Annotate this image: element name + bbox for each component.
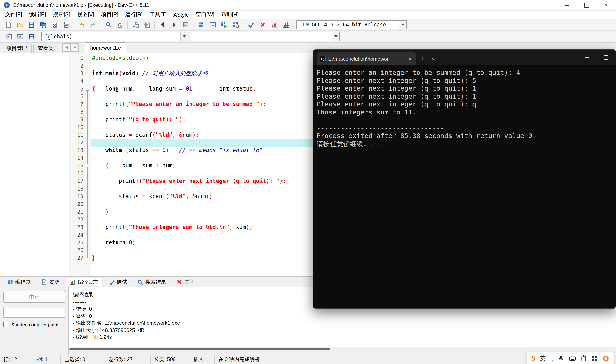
shorten-paths-checkbox[interactable]: Shorten compiler paths bbox=[3, 322, 65, 327]
scope-select-arrow-icon[interactable] bbox=[180, 32, 188, 41]
console-window[interactable]: E:\ma\conclution\homewor × + Please ente… bbox=[313, 49, 616, 309]
main-toolbar: TDM-GCC 4.9.2 64-bit Release bbox=[0, 19, 616, 31]
compiler-select[interactable]: TDM-GCC 4.9.2 64-bit Release bbox=[296, 20, 407, 29]
find-icon[interactable] bbox=[103, 20, 114, 30]
redo-icon[interactable] bbox=[87, 20, 99, 30]
console-tab[interactable]: E:\ma\conclution\homewor × bbox=[316, 52, 416, 65]
editor-tab-homework1[interactable]: homework1.c bbox=[85, 42, 126, 53]
menu-item-file[interactable]: 文件[F] bbox=[2, 11, 26, 19]
status-segment-0: 行: 12 bbox=[0, 355, 33, 364]
menu-item-tools[interactable]: 工具[T] bbox=[146, 11, 170, 19]
toolbar-separator bbox=[100, 21, 101, 29]
toggle-project-icon[interactable] bbox=[2, 31, 14, 42]
console-line: Please enter next integer (q to quit): q bbox=[316, 100, 616, 108]
code-token: ( bbox=[119, 70, 122, 77]
save-all-icon[interactable] bbox=[37, 20, 49, 30]
rebuild-icon[interactable] bbox=[230, 20, 241, 30]
console-maximize-button[interactable] bbox=[596, 50, 616, 65]
sogou-logo-icon[interactable]: S bbox=[531, 354, 535, 363]
menu-item-view[interactable]: 视图[V] bbox=[74, 11, 98, 19]
profile-delete-icon[interactable] bbox=[280, 20, 291, 30]
code-token: ); bbox=[206, 193, 212, 199]
report-tab-debug[interactable]: 调试 bbox=[105, 278, 131, 286]
report-tab-compiler[interactable]: 编译器 bbox=[3, 278, 35, 286]
abort-icon[interactable] bbox=[257, 20, 268, 30]
goto-line-icon[interactable] bbox=[141, 20, 153, 30]
undo-icon[interactable] bbox=[76, 20, 87, 30]
compiler-select-arrow-icon[interactable] bbox=[399, 21, 406, 29]
report-tab-compile-log[interactable]: 编译日志 bbox=[66, 278, 102, 286]
keyboard-icon[interactable] bbox=[569, 355, 576, 362]
checkbox-box[interactable] bbox=[3, 322, 9, 327]
tab-class-browser[interactable]: 查看类 bbox=[33, 44, 58, 52]
menu-item-edit[interactable]: 编辑[E] bbox=[26, 11, 50, 19]
menu-item-help[interactable]: 帮助[H] bbox=[218, 11, 242, 19]
code-token: num bbox=[159, 162, 172, 169]
close-button[interactable]: × bbox=[596, 0, 616, 10]
scope-select[interactable]: (globals) bbox=[41, 32, 188, 41]
code-token: "%ld" bbox=[169, 193, 186, 199]
open-icon[interactable] bbox=[14, 20, 26, 30]
profile-icon[interactable] bbox=[268, 20, 280, 30]
print-icon[interactable] bbox=[60, 20, 72, 30]
run-icon[interactable] bbox=[207, 20, 218, 30]
code-token: { bbox=[92, 85, 96, 92]
navigation-toolbar: (globals) bbox=[0, 31, 616, 43]
code-token: & bbox=[179, 131, 182, 138]
status-segment-3: 总行数: 27 bbox=[105, 355, 151, 364]
new-file-icon[interactable] bbox=[2, 20, 14, 30]
menu-item-window[interactable]: 窗口[W] bbox=[192, 11, 218, 19]
abort-button[interactable]: 中止 bbox=[3, 291, 65, 303]
compile-icon[interactable] bbox=[195, 20, 207, 30]
fold-marker-line-15[interactable]: - bbox=[85, 164, 89, 168]
code-token: = bbox=[136, 162, 139, 169]
gutter-line-number: 26 bbox=[70, 247, 91, 254]
mic-icon[interactable] bbox=[558, 355, 564, 362]
lang-indicator-icon[interactable]: 英 bbox=[540, 354, 546, 362]
syntax-check-icon[interactable] bbox=[245, 20, 257, 30]
report-tab-label: 编译日志 bbox=[78, 278, 98, 286]
skin-icon[interactable] bbox=[602, 355, 609, 362]
snippet-icon[interactable] bbox=[180, 20, 191, 30]
fold-marker-line-5[interactable]: - bbox=[85, 87, 89, 91]
gutter-line-number: 6 bbox=[70, 93, 91, 100]
save-icon[interactable] bbox=[26, 20, 37, 30]
report-tab-close[interactable]: 关闭 bbox=[172, 278, 198, 286]
menu-item-run[interactable]: 运行[R] bbox=[122, 11, 146, 19]
console-tab-close-icon[interactable]: × bbox=[407, 55, 413, 62]
report-tab-resources[interactable]: 资源 bbox=[37, 278, 63, 286]
back-icon[interactable] bbox=[157, 20, 168, 30]
log-horizontal-scrollbar[interactable] bbox=[69, 347, 616, 351]
member-select-arrow-icon[interactable] bbox=[331, 32, 339, 41]
maximize-button[interactable] bbox=[577, 0, 596, 10]
console-minimize-button[interactable] bbox=[577, 50, 596, 65]
code-token: ( bbox=[139, 178, 142, 184]
menu-item-search[interactable]: 搜索[S] bbox=[50, 11, 74, 19]
report-tab-search-results[interactable]: 搜索结果 bbox=[134, 278, 170, 286]
toggle-report-icon[interactable] bbox=[14, 31, 26, 42]
close-tab-icon bbox=[176, 279, 182, 285]
apps-grid-icon[interactable] bbox=[592, 355, 598, 361]
minimize-button[interactable] bbox=[557, 0, 577, 10]
forward-icon[interactable] bbox=[168, 20, 180, 30]
compile-run-icon[interactable] bbox=[218, 20, 230, 30]
tab-project-manager[interactable]: 项目管理 bbox=[2, 44, 32, 52]
replace-icon[interactable] bbox=[130, 20, 141, 30]
close-file-icon[interactable] bbox=[49, 20, 60, 30]
tab-scroll-left-icon[interactable] bbox=[62, 43, 70, 52]
tab-scroll-right-icon[interactable] bbox=[70, 43, 79, 52]
console-tab-dropdown-icon[interactable] bbox=[429, 52, 440, 65]
console-tab-title: E:\ma\conclution\homewor bbox=[328, 56, 405, 62]
code-token bbox=[122, 147, 125, 153]
menu-item-astyle[interactable]: AStyle bbox=[170, 11, 192, 18]
code-token: ; bbox=[172, 162, 176, 169]
clipboard-icon[interactable] bbox=[580, 355, 587, 362]
member-select[interactable] bbox=[191, 32, 340, 41]
project-panel[interactable] bbox=[0, 53, 69, 276]
punctuation-icon[interactable]: ’, bbox=[550, 355, 553, 362]
console-new-tab-button[interactable]: + bbox=[416, 52, 429, 65]
open-recent-icon[interactable] bbox=[26, 31, 37, 42]
scrollbar-thumb[interactable] bbox=[69, 348, 330, 350]
menu-item-project[interactable]: 项目[P] bbox=[98, 11, 122, 19]
find-in-files-icon[interactable] bbox=[114, 20, 126, 30]
